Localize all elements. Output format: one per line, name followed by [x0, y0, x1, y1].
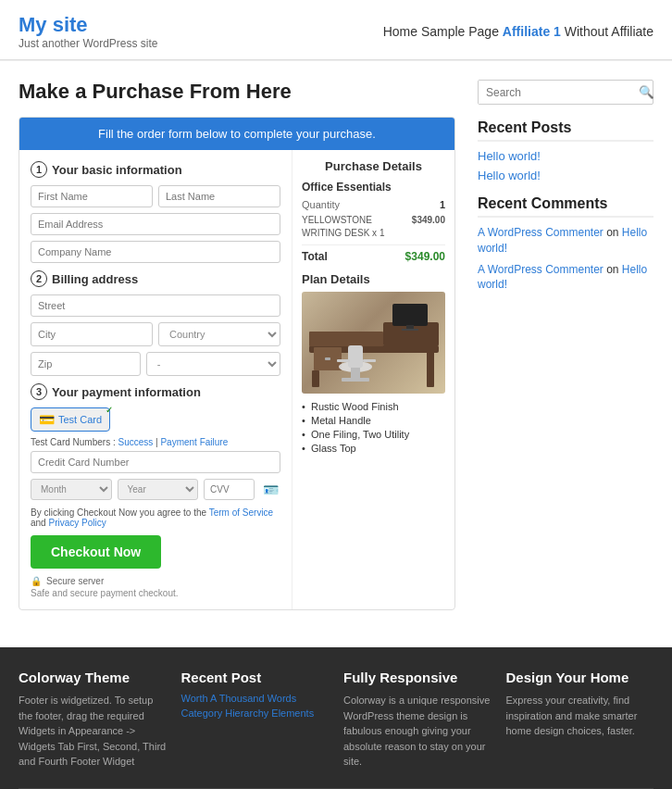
step2-circle: 2	[31, 270, 47, 287]
tos-link[interactable]: Term of Service	[209, 507, 273, 518]
footer-link2[interactable]: Category Hierarchy Elements	[181, 708, 330, 719]
feature-3: One Filing, Two Utility	[302, 429, 445, 440]
post-link-2[interactable]: Hello world!	[478, 169, 653, 182]
first-name-input[interactable]	[31, 185, 153, 207]
plan-title: Plan Details	[302, 272, 445, 286]
cvv-input[interactable]	[204, 479, 255, 500]
quantity-label: Quantity	[302, 199, 340, 210]
product-price: $349.00	[412, 214, 445, 240]
nav-without-affiliate[interactable]: Without Affiliate	[565, 24, 653, 39]
footer-col-2: Recent Post Worth A Thousand Words Categ…	[181, 670, 330, 770]
svg-rect-3	[392, 304, 428, 326]
search-button[interactable]: 🔍	[632, 81, 661, 104]
footer-col4-text: Express your creativity, find inspiratio…	[506, 693, 654, 739]
svg-rect-5	[402, 329, 418, 331]
svg-rect-15	[363, 359, 376, 362]
lock-icon: 🔒	[31, 576, 42, 586]
nav-sample-page[interactable]: Sample Page	[421, 24, 499, 39]
comment-on-2: on	[606, 263, 622, 276]
street-input[interactable]	[31, 294, 280, 317]
product-row-label: YELLOWSTONE WRITING DESK x 1	[302, 214, 412, 240]
feature-4: Glass Top	[302, 443, 445, 454]
test-card-numbers: Test Card Numbers : Success | Payment Fa…	[31, 437, 280, 447]
svg-rect-1	[309, 332, 383, 346]
footer-link1[interactable]: Worth A Thousand Words	[181, 693, 330, 704]
svg-rect-9	[427, 352, 434, 387]
footer-col3-title: Fully Responsive	[343, 670, 492, 685]
comment-on-1: on	[606, 226, 622, 239]
sidebar: 🔍 Recent Posts Hello world! Hello world!…	[478, 80, 653, 610]
feature-2: Metal Handle	[302, 415, 445, 426]
purchase-details-title: Purchase Details	[302, 159, 445, 173]
site-footer: Colorway Theme Footer is widgetized. To …	[0, 647, 672, 789]
svg-rect-14	[337, 359, 350, 362]
form-left: 1 Your basic information	[19, 150, 292, 609]
main-nav: Home Sample Page Affiliate 1 Without Aff…	[383, 24, 653, 39]
plan-features: Rustic Wood Finish Metal Handle One Fili…	[302, 401, 445, 454]
comment-author-2[interactable]: A WordPress Commenter	[478, 263, 604, 276]
footer-col1-title: Colorway Theme	[19, 670, 167, 685]
svg-rect-8	[312, 370, 319, 387]
checkout-button[interactable]: Checkout Now	[31, 535, 161, 569]
step1-title: 1 Your basic information	[31, 161, 280, 178]
comment-item-1: A WordPress Commenter on Hello world!	[478, 225, 653, 257]
check-icon: ✓	[106, 405, 113, 415]
svg-rect-12	[342, 378, 369, 382]
cvv-icon: 🪪	[260, 479, 280, 500]
secure-row: 🔒 Secure server	[31, 576, 280, 586]
recent-posts-title: Recent Posts	[478, 119, 653, 142]
step1-circle: 1	[31, 161, 47, 178]
page-title: Make a Purchase From Here	[19, 80, 455, 104]
agreement-text: By clicking Checkout Now you agree to th…	[31, 507, 280, 528]
test-card-button[interactable]: 💳 Test Card ✓	[31, 407, 110, 432]
footer-col-3: Fully Responsive Colorway is a unique re…	[343, 670, 492, 770]
step3-title: 3 Your payment information	[31, 383, 280, 400]
svg-rect-13	[348, 345, 363, 368]
site-title[interactable]: My site	[19, 13, 158, 37]
zip-input[interactable]	[31, 352, 141, 376]
footer-col-4: Design Your Home Express your creativity…	[506, 670, 654, 770]
city-input[interactable]	[31, 322, 153, 346]
company-input[interactable]	[31, 241, 280, 263]
success-link[interactable]: Success	[118, 437, 153, 447]
email-input[interactable]	[31, 213, 280, 235]
product-name: Office Essentials	[302, 181, 445, 194]
step3-circle: 3	[31, 383, 47, 400]
safe-text: Safe and secure payment checkout.	[31, 588, 280, 598]
total-value: $349.00	[405, 250, 445, 263]
desk-image	[302, 292, 445, 394]
step2-title: 2 Billing address	[31, 270, 280, 287]
failure-link[interactable]: Payment Failure	[160, 437, 228, 447]
form-header: Fill the order form below to complete yo…	[19, 118, 454, 150]
comment-item-2: A WordPress Commenter on Hello world!	[478, 262, 653, 294]
zip-select[interactable]: -	[146, 352, 280, 376]
svg-rect-7	[325, 357, 330, 360]
search-input[interactable]	[479, 81, 632, 104]
nav-affiliate1[interactable]: Affiliate 1	[503, 24, 561, 39]
search-box: 🔍	[478, 80, 653, 105]
footer-col2-title: Recent Post	[181, 670, 330, 685]
feature-1: Rustic Wood Finish	[302, 401, 445, 412]
footer-col-1: Colorway Theme Footer is widgetized. To …	[19, 670, 167, 770]
footer-col4-title: Design Your Home	[506, 670, 654, 685]
footer-col3-text: Colorway is a unique responsive WordPres…	[343, 693, 492, 770]
nav-home[interactable]: Home	[383, 24, 417, 39]
credit-card-input[interactable]	[31, 451, 280, 473]
quantity-value: 1	[440, 199, 445, 210]
site-branding: My site Just another WordPress site	[19, 13, 158, 50]
month-select[interactable]: Month	[31, 479, 112, 500]
year-select[interactable]: Year	[118, 479, 199, 500]
recent-comments-title: Recent Comments	[478, 195, 653, 218]
comment-author-1[interactable]: A WordPress Commenter	[478, 226, 604, 239]
post-link-1[interactable]: Hello world!	[478, 149, 653, 163]
country-select[interactable]: Country	[158, 322, 280, 346]
last-name-input[interactable]	[158, 185, 280, 207]
card-icon: 💳	[39, 412, 55, 427]
privacy-link[interactable]: Privacy Policy	[48, 518, 106, 528]
details-section: Purchase Details Office Essentials Quant…	[292, 150, 454, 609]
purchase-form-container: Fill the order form below to complete yo…	[19, 117, 455, 610]
footer-col1-text: Footer is widgetized. To setup the foote…	[19, 693, 167, 770]
site-tagline: Just another WordPress site	[19, 37, 158, 50]
total-label: Total	[302, 250, 328, 263]
